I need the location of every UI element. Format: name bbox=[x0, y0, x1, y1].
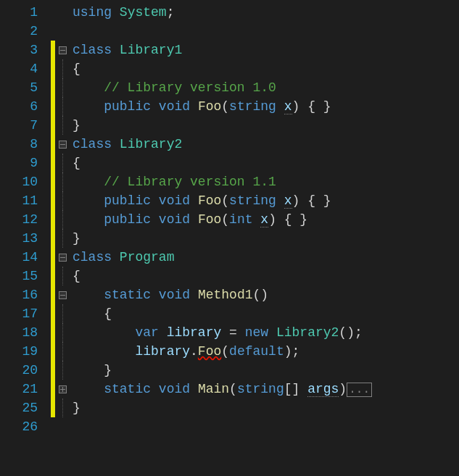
fold-guide bbox=[62, 97, 63, 116]
fold-toggle-icon[interactable] bbox=[59, 254, 67, 262]
code-line[interactable]: library.Foo(default); bbox=[73, 342, 459, 361]
code-line[interactable]: public void Foo(string x) { } bbox=[73, 191, 459, 210]
code-line[interactable] bbox=[73, 22, 459, 41]
line-number[interactable]: 21 bbox=[0, 380, 38, 398]
line-number[interactable]: 11 bbox=[0, 191, 38, 210]
code-line[interactable]: var library = new Library2(); bbox=[73, 323, 459, 342]
code-line[interactable]: { bbox=[73, 304, 459, 323]
code-line[interactable]: class Library1 bbox=[73, 41, 459, 59]
parameter: x bbox=[284, 99, 292, 114]
line-number[interactable]: 14 bbox=[0, 248, 38, 267]
punctuation: { bbox=[73, 156, 80, 170]
line-number[interactable]: 19 bbox=[0, 342, 38, 361]
code-line[interactable]: { bbox=[73, 267, 459, 285]
comment: // Library version 1.0 bbox=[104, 80, 276, 95]
code-line[interactable]: { bbox=[73, 154, 459, 172]
code-line[interactable]: } bbox=[73, 361, 459, 380]
collapsed-region-icon[interactable]: ... bbox=[347, 383, 372, 397]
code-line[interactable]: class Library2 bbox=[73, 135, 459, 154]
line-number[interactable]: 3 bbox=[0, 41, 38, 59]
comment: // Library version 1.1 bbox=[104, 175, 276, 189]
line-number[interactable]: 18 bbox=[0, 323, 38, 342]
line-number[interactable]: 5 bbox=[0, 78, 38, 97]
keyword: class bbox=[73, 137, 112, 151]
folding-column bbox=[55, 0, 70, 476]
code-line[interactable]: // Library version 1.1 bbox=[73, 172, 459, 191]
fold-guide bbox=[62, 59, 63, 78]
code-line[interactable]: public void Foo(int x) { } bbox=[73, 210, 459, 229]
line-number[interactable]: 16 bbox=[0, 285, 38, 304]
code-line[interactable]: using System; bbox=[73, 3, 459, 22]
code-line[interactable]: } bbox=[73, 229, 459, 248]
line-number[interactable]: 26 bbox=[0, 417, 38, 436]
type-name: System bbox=[120, 5, 167, 20]
fold-guide bbox=[62, 229, 63, 248]
code-area[interactable]: using System; class Library1 { // Librar… bbox=[70, 0, 459, 476]
keyword: void bbox=[159, 99, 190, 114]
method-name: Main bbox=[198, 382, 229, 396]
line-number[interactable]: 17 bbox=[0, 304, 38, 323]
code-line[interactable]: } bbox=[73, 116, 459, 135]
line-number[interactable]: 9 bbox=[0, 154, 38, 172]
line-number[interactable]: 12 bbox=[0, 210, 38, 229]
fold-guide bbox=[62, 267, 63, 285]
line-number[interactable]: 20 bbox=[0, 361, 38, 380]
line-number[interactable]: 1 bbox=[0, 3, 38, 22]
code-line[interactable]: // Library version 1.0 bbox=[73, 78, 459, 97]
type-name: Library1 bbox=[120, 43, 182, 57]
fold-guide bbox=[62, 304, 63, 323]
fold-toggle-icon[interactable] bbox=[59, 141, 67, 149]
type-name: Program bbox=[120, 250, 175, 264]
variable: library bbox=[167, 325, 222, 340]
method-name: Foo bbox=[198, 99, 221, 114]
type-name: Library2 bbox=[120, 137, 182, 151]
parameter: args bbox=[307, 382, 339, 397]
code-line[interactable]: { bbox=[73, 59, 459, 78]
fold-guide bbox=[62, 210, 63, 229]
code-line[interactable]: static void Main(string[] args)... bbox=[73, 380, 459, 398]
punctuation: } bbox=[73, 118, 80, 133]
line-number[interactable]: 13 bbox=[0, 229, 38, 248]
fold-guide bbox=[62, 172, 63, 191]
code-line[interactable]: class Program bbox=[73, 248, 459, 267]
fold-toggle-icon[interactable] bbox=[59, 291, 67, 299]
keyword: using bbox=[73, 5, 112, 20]
fold-guide bbox=[62, 323, 63, 342]
code-editor: 1 2 3 4 5 6 7 8 9 10 11 12 13 14 15 16 1… bbox=[0, 0, 459, 476]
fold-toggle-icon[interactable] bbox=[59, 46, 67, 54]
line-number[interactable]: 15 bbox=[0, 267, 38, 285]
line-number[interactable]: 4 bbox=[0, 59, 38, 78]
fold-toggle-icon[interactable] bbox=[59, 385, 67, 393]
line-number-gutter: 1 2 3 4 5 6 7 8 9 10 11 12 13 14 15 16 1… bbox=[0, 0, 51, 476]
fold-guide bbox=[62, 361, 63, 380]
keyword: class bbox=[73, 43, 112, 57]
keyword: public bbox=[104, 99, 151, 114]
line-number[interactable]: 6 bbox=[0, 97, 38, 116]
code-line[interactable]: static void Method1() bbox=[73, 285, 459, 304]
fold-guide bbox=[62, 78, 63, 97]
fold-guide bbox=[62, 116, 63, 135]
keyword: string bbox=[229, 99, 276, 114]
punctuation: { bbox=[73, 62, 80, 76]
fold-guide bbox=[62, 154, 63, 172]
line-number[interactable]: 2 bbox=[0, 22, 38, 41]
code-line[interactable]: public void Foo(string x) { } bbox=[73, 97, 459, 116]
line-number[interactable]: 7 bbox=[0, 116, 38, 135]
method-name: Method1 bbox=[198, 288, 253, 302]
line-number[interactable]: 25 bbox=[0, 398, 38, 417]
fold-guide bbox=[62, 342, 63, 361]
code-line[interactable] bbox=[73, 417, 459, 436]
fold-guide bbox=[62, 398, 63, 417]
line-number[interactable]: 8 bbox=[0, 135, 38, 154]
line-number[interactable]: 10 bbox=[0, 172, 38, 191]
code-line[interactable]: } bbox=[73, 398, 459, 417]
punctuation: ; bbox=[167, 5, 175, 20]
error-squiggle: Foo bbox=[198, 344, 221, 359]
fold-guide bbox=[62, 191, 63, 210]
punctuation: { } bbox=[307, 99, 331, 114]
